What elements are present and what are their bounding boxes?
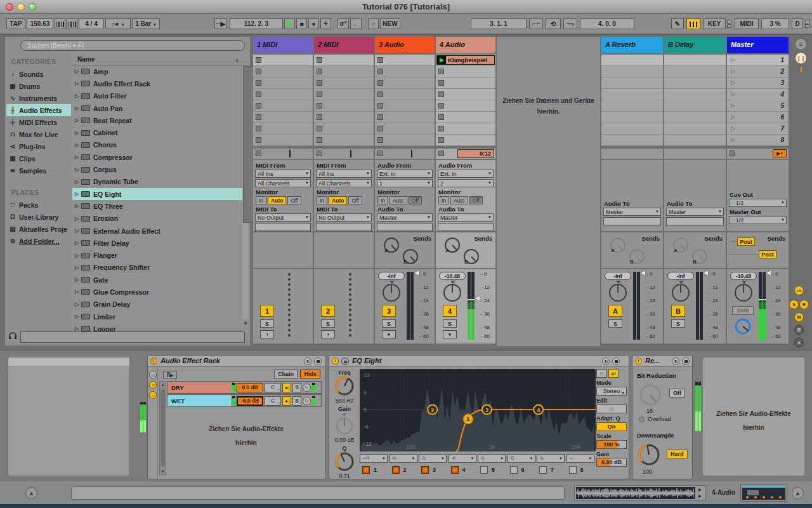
chain-pan-field[interactable]: C bbox=[265, 396, 281, 406]
track-header[interactable]: 1 MIDI bbox=[253, 37, 313, 53]
list-item[interactable]: ▷Limiter bbox=[72, 311, 249, 323]
solo-button[interactable]: S bbox=[382, 319, 396, 328]
clip-stop-icon[interactable] bbox=[256, 103, 261, 109]
monitor-auto-button[interactable]: Auto bbox=[329, 196, 347, 204]
output-type-select[interactable]: No Output bbox=[255, 213, 311, 222]
scene-play-icon[interactable]: ▷ bbox=[731, 91, 735, 97]
expand-triangle-icon[interactable]: ▷ bbox=[72, 154, 81, 160]
sidebar-item-samples[interactable]: ≋Samples bbox=[6, 164, 71, 177]
clip-slot[interactable] bbox=[375, 89, 435, 100]
show-detail-view-icon[interactable]: ▲ bbox=[792, 487, 804, 499]
clip-stop-icon[interactable] bbox=[317, 114, 322, 120]
post-toggle-a[interactable]: Post bbox=[737, 237, 755, 246]
punch-in-icon[interactable]: ⌐– bbox=[529, 18, 543, 29]
list-item[interactable]: ▷Frequency Shifter bbox=[72, 262, 249, 274]
clip-slot[interactable] bbox=[253, 135, 313, 146]
clip-slot[interactable]: Klangbeispiel bbox=[436, 55, 495, 66]
list-item[interactable]: ▷Grain Delay bbox=[72, 298, 249, 311]
arm-button[interactable]: ◑ bbox=[260, 330, 274, 338]
return-activator-button[interactable]: A bbox=[608, 305, 622, 317]
toggle-d-button[interactable]: D bbox=[794, 325, 804, 335]
chain-scrollbar[interactable]: ▲▼ bbox=[159, 381, 166, 475]
autoselect-icon[interactable]: ‖▸ bbox=[163, 371, 177, 379]
q-knob[interactable] bbox=[331, 451, 358, 473]
output-channel-box[interactable] bbox=[603, 217, 661, 225]
output-channel-box[interactable] bbox=[377, 223, 433, 231]
clip-stop-icon[interactable] bbox=[317, 57, 322, 63]
band-activator-checkbox[interactable] bbox=[539, 466, 547, 474]
monitor-auto-button[interactable]: Auto bbox=[268, 196, 286, 204]
scene-slot[interactable]: ▷3 bbox=[727, 77, 789, 89]
list-item[interactable]: ▷Dynamic Tube bbox=[72, 176, 249, 188]
sidebar-item-drums[interactable]: ▦Drums bbox=[6, 80, 71, 92]
expand-triangle-icon[interactable]: ▷ bbox=[72, 240, 81, 246]
clip-overview[interactable]: ▶▶ bbox=[574, 485, 706, 501]
clip-stop-icon[interactable] bbox=[256, 137, 261, 143]
scene-play-icon[interactable]: ▷ bbox=[731, 102, 735, 109]
input-type-select[interactable]: Ext. In bbox=[438, 170, 494, 178]
filter-type-select[interactable]: ⌐ˣ⁴ bbox=[360, 454, 388, 463]
clip-play-icon[interactable] bbox=[437, 56, 446, 64]
scene-play-icon[interactable]: ▷ bbox=[731, 137, 735, 143]
punch-out-icon[interactable]: –¬ bbox=[563, 18, 577, 29]
chain-solo-button[interactable]: S bbox=[292, 396, 301, 406]
clip-stop-icon[interactable] bbox=[256, 80, 261, 86]
list-item[interactable]: ▷Auto Filter bbox=[72, 90, 249, 102]
chain-pan-field[interactable]: C bbox=[265, 383, 281, 392]
solo-button[interactable]: S bbox=[608, 319, 622, 328]
spectrum-icon[interactable]: ılıl bbox=[608, 369, 619, 378]
clip-slot[interactable] bbox=[253, 77, 313, 89]
chain-row-wet[interactable]: WET-6.0 dBC◄)S↻ bbox=[167, 394, 322, 407]
clip-slot[interactable] bbox=[375, 100, 435, 112]
clip-stop-icon[interactable] bbox=[377, 103, 383, 109]
clip-slot[interactable] bbox=[375, 112, 435, 123]
expand-triangle-icon[interactable]: ▷ bbox=[72, 314, 81, 319]
track-header[interactable]: 2 MIDI bbox=[314, 37, 374, 53]
arrangement-position-field[interactable]: 112. 2. 3 bbox=[230, 18, 283, 29]
output-channel-box[interactable] bbox=[316, 223, 372, 231]
search-input[interactable] bbox=[20, 40, 245, 51]
chain-button[interactable]: Chain bbox=[274, 370, 298, 378]
scene-slot[interactable]: ▷4 bbox=[727, 89, 789, 100]
master-header[interactable]: Master bbox=[727, 37, 789, 53]
midi-map-button[interactable]: MIDI bbox=[735, 18, 759, 29]
list-item[interactable]: ▷Compressor bbox=[72, 151, 249, 163]
expand-triangle-icon[interactable]: ▷ bbox=[72, 69, 81, 74]
chain-speaker-icon[interactable]: ◄) bbox=[282, 396, 291, 406]
sidebar-item-plug-ins[interactable]: ⊲Plug-Ins bbox=[6, 140, 71, 152]
master-stop-row[interactable]: ▶≡ bbox=[727, 149, 789, 159]
clip-slot[interactable] bbox=[375, 135, 435, 146]
list-item[interactable]: ▷EQ Eight bbox=[72, 188, 249, 200]
chain-speaker-icon[interactable]: ◄) bbox=[282, 383, 291, 392]
list-item[interactable]: ▷Amp bbox=[72, 65, 249, 77]
volume-handle-icon[interactable] bbox=[475, 296, 480, 301]
clip-slot[interactable] bbox=[436, 100, 495, 112]
clip-stop-icon[interactable] bbox=[256, 126, 261, 131]
output-type-select[interactable]: Master bbox=[666, 208, 724, 216]
scene-slot[interactable]: ▷8 bbox=[727, 135, 789, 146]
list-item[interactable]: ▷Glue Compressor bbox=[72, 286, 249, 298]
sidebar-item-instruments[interactable]: ∿Instruments bbox=[6, 92, 71, 104]
filter-type-select[interactable]: ◇ bbox=[508, 454, 535, 463]
clip-slot[interactable] bbox=[314, 112, 374, 123]
scene-menu-icon[interactable]: ≡ bbox=[795, 38, 807, 50]
expand-triangle-icon[interactable]: ▷ bbox=[72, 167, 81, 173]
device-on-icon[interactable] bbox=[635, 358, 642, 364]
arm-button[interactable]: ● bbox=[443, 330, 457, 338]
input-channel-select[interactable]: 1 bbox=[377, 179, 433, 187]
clip-slot[interactable] bbox=[375, 55, 435, 66]
monitor-auto-button[interactable]: Auto bbox=[450, 196, 468, 204]
stop-all-icon[interactable] bbox=[256, 150, 261, 156]
hard-button[interactable]: Hard bbox=[667, 450, 688, 458]
map-icon[interactable]: ↻ bbox=[304, 358, 311, 365]
clip-stop-icon[interactable] bbox=[256, 57, 261, 63]
loop-length-field[interactable]: 4. 0. 0 bbox=[580, 18, 634, 29]
stop-all-icon[interactable] bbox=[317, 150, 322, 156]
list-item[interactable]: ▷Erosion bbox=[72, 213, 249, 225]
clip-slot[interactable] bbox=[375, 66, 435, 77]
loop-start-field[interactable]: 3. 1. 1 bbox=[471, 18, 527, 29]
hot-swap-icon[interactable] bbox=[341, 358, 349, 365]
loop-switch-icon[interactable]: ⟲ bbox=[546, 18, 561, 29]
clip-stop-icon[interactable] bbox=[377, 57, 383, 63]
back-to-arrangement-icon[interactable]: ▶≡ bbox=[773, 149, 787, 157]
